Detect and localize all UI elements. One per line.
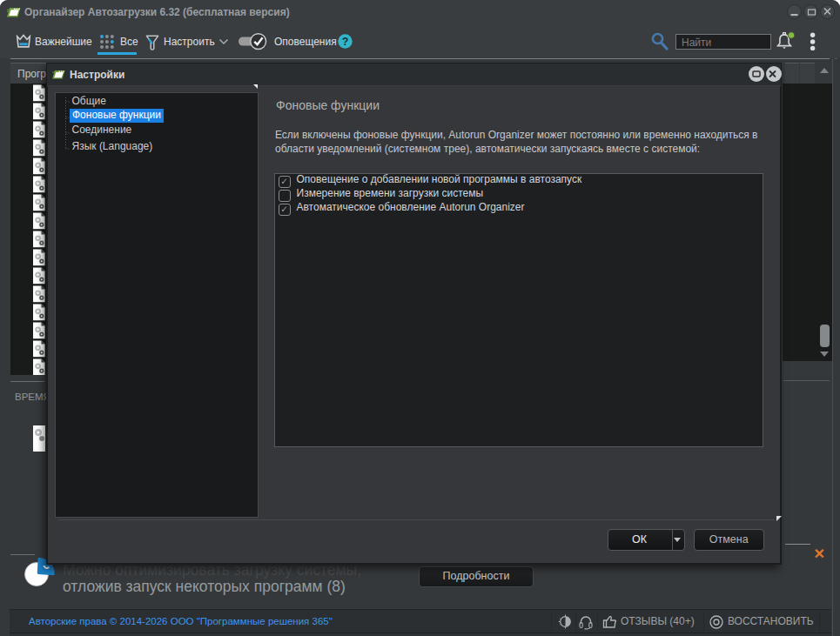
svg-text:?: ? <box>341 36 348 48</box>
